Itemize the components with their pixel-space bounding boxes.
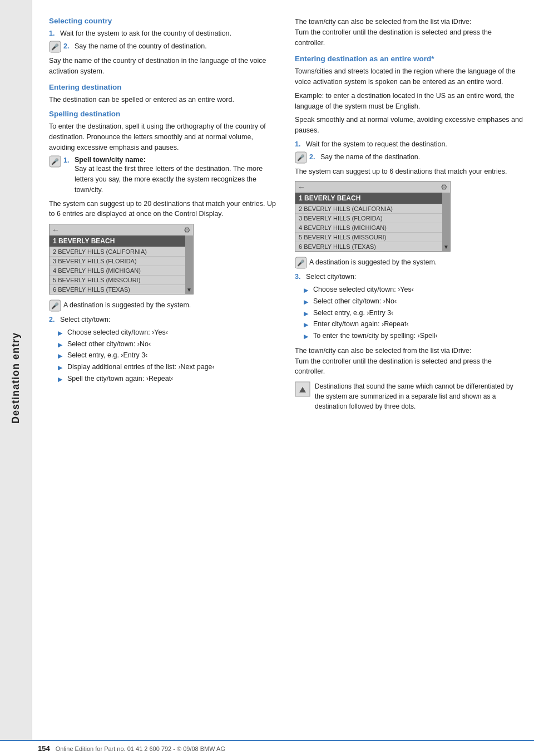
spell-step-1-label: Spell town/city name: <box>75 156 278 164</box>
bullet-left-0: ▶ Choose selected city/town: ›Yes‹ <box>58 327 278 338</box>
section-spelling-destination: Spelling destination To enter the destin… <box>49 110 278 219</box>
voice-note-left-row: 🎤 A destination is suggested by the syst… <box>49 300 278 312</box>
bullet-left-1: ▶ Select other city/town: ›No‹ <box>58 339 278 350</box>
step-2-num: 2. <box>63 41 75 52</box>
svg-text:🎤: 🎤 <box>297 154 305 161</box>
arrow-right-2: ▶ <box>304 308 310 318</box>
spell-step-1-sub: Say at least the first three letters of … <box>75 164 278 195</box>
after-bullets-right: ▶ Choose selected city/town: ›Yes‹ ▶ Sel… <box>304 284 523 341</box>
entire-word-step1: 1. Wait for the system to request the de… <box>295 139 523 150</box>
bullet-left-0-text: Choose selected city/town: ›Yes‹ <box>67 327 168 338</box>
svg-text:🎤: 🎤 <box>297 259 305 267</box>
bullet-left-2: ▶ Select entry, e.g. ›Entry 3‹ <box>58 350 278 361</box>
nav-scroll-arrow-right: ▼ <box>443 244 449 250</box>
entire-word-text3: Speak smoothly and at normal volume, avo… <box>295 115 523 136</box>
arrow-right-1: ▶ <box>304 296 310 307</box>
nav-right-row-5: 6 BEVERLY HILLS (TEXAS) <box>295 242 442 251</box>
voice-note-left-text: A destination is suggested by the system… <box>63 300 191 311</box>
bullet-right-2-text: Select entry, e.g. ›Entry 3‹ <box>313 308 393 318</box>
nav-right-row-0: 1 BEVERLY BEACH <box>295 193 442 204</box>
nav-row-5: 6 BEVERLY HILLS (TEXAS) <box>50 284 185 294</box>
left-column: Selecting country 1. Wait for the system… <box>49 17 278 411</box>
system-note-spell: The system can suggest up to 20 destinat… <box>49 199 278 220</box>
nav-settings-icon-right: ⚙ <box>441 183 448 192</box>
destinations-note-box: Destinations that sound the same which c… <box>295 381 523 411</box>
voice-icon-step2: 🎤 <box>49 41 61 53</box>
arrow-left-3: ▶ <box>58 362 65 372</box>
nav-right-row-2: 3 BEVERLY HILLS (FLORIDA) <box>295 213 442 223</box>
entire-word-step2-num: 2. <box>309 152 320 163</box>
sidebar-tab: Destination entry <box>0 0 32 756</box>
page-number: 154 <box>38 744 50 753</box>
voice-icon-left-note: 🎤 <box>49 300 61 312</box>
nav-rows-left: 1 BEVERLY BEACH 2 BEVERLY HILLS (CALIFOR… <box>50 235 185 294</box>
bullet-left-4-text: Spell the city/town again: ›Repeat‹ <box>67 374 173 384</box>
nav-screen-right-wrap: 1 BEVERLY BEACH 2 BEVERLY HILLS (CALIFOR… <box>295 193 450 251</box>
entering-destination-text: The destination can be spelled or entere… <box>49 95 278 105</box>
entire-word-step1-num: 1. <box>295 139 306 150</box>
nav-row-2: 3 BEVERLY HILLS (FLORIDA) <box>50 256 185 266</box>
spell-step-1-content: Spell town/city name: Say at least the f… <box>75 156 278 195</box>
arrow-left-4: ▶ <box>58 374 65 384</box>
nav-back-icon-right: ← <box>298 183 305 192</box>
entire-word-text1: Towns/cities and streets located in the … <box>295 66 523 87</box>
section-selecting-country: Selecting country 1. Wait for the system… <box>49 17 278 76</box>
nav-row-3: 4 BEVERLY HILLS (MICHIGAN) <box>50 266 185 275</box>
section-entering-destination: Entering destination The destination can… <box>49 83 278 105</box>
right-column: The town/city can also be selected from … <box>295 17 523 411</box>
bullet-right-1: ▶ Select other city/town: ›No‹ <box>304 296 523 307</box>
after-screen-right: 🎤 A destination is suggested by the syst… <box>295 257 523 341</box>
bullet-right-0: ▶ Choose selected city/town: ›Yes‹ <box>304 284 523 295</box>
bullet-right-3-text: Enter city/town again: ›Repeat‹ <box>313 319 409 330</box>
arrow-left-0: ▶ <box>58 327 65 338</box>
nav-back-icon-left: ← <box>52 225 60 234</box>
nav-row-1: 2 BEVERLY HILLS (CALIFORNIA) <box>50 247 185 256</box>
arrow-left-1: ▶ <box>58 339 65 350</box>
after-step-3-text-right: Select city/town: <box>306 272 356 282</box>
bullet-left-3: ▶ Display additional entries of the list… <box>58 362 278 372</box>
voice-icon-spell1: 🎤 <box>49 155 61 168</box>
bullet-right-1-text: Select other city/town: ›No‹ <box>313 296 397 307</box>
after-step-2-text-left: Select city/town: <box>60 315 110 325</box>
after-step-3-right: 3. Select city/town: <box>295 272 523 282</box>
bullet-left-2-text: Select entry, e.g. ›Entry 3‹ <box>67 350 147 361</box>
svg-text:🎤: 🎤 <box>51 43 59 51</box>
entire-word-system-note: The system can suggest up to 6 destinati… <box>295 166 523 177</box>
heading-entire-word: Entering destination as an entire word* <box>295 55 523 63</box>
nav-screen-left-main: 1 BEVERLY BEACH 2 BEVERLY HILLS (CALIFOR… <box>50 235 185 294</box>
right-bottom-note: The town/city can also be selected from … <box>295 346 523 377</box>
section-entire-word: Entering destination as an entire word* … <box>295 55 523 176</box>
bullet-left-4: ▶ Spell the city/town again: ›Repeat‹ <box>58 374 278 384</box>
sidebar-tab-label: Destination entry <box>10 332 22 424</box>
heading-selecting-country: Selecting country <box>49 17 278 25</box>
bullet-right-3: ▶ Enter city/town again: ›Repeat‹ <box>304 319 523 330</box>
bullet-right-2: ▶ Select entry, e.g. ›Entry 3‹ <box>304 308 523 318</box>
spell-step-1-row: 🎤 1. Spell town/city name: Say at least … <box>49 156 278 195</box>
nav-rows-right: 1 BEVERLY BEACH 2 BEVERLY HILLS (CALIFOR… <box>295 193 442 251</box>
nav-right-row-4: 5 BEVERLY HILLS (MISSOURI) <box>295 232 442 242</box>
bullet-left-3-text: Display additional entries of the list: … <box>67 362 215 372</box>
entire-word-step2-row: 🎤 2. Say the name of the destination. <box>295 152 523 164</box>
bullet-right-0-text: Choose selected city/town: ›Yes‹ <box>313 284 414 295</box>
nav-screen-right-header: ← ⚙ <box>295 181 450 193</box>
arrow-right-0: ▶ <box>304 284 310 295</box>
footer-text: Online Edition for Part no. 01 41 2 600 … <box>56 745 225 752</box>
destinations-note-text: Destinations that sound the same which c… <box>315 381 523 411</box>
arrow-right-4: ▶ <box>304 331 310 341</box>
heading-entering-destination: Entering destination <box>49 83 278 91</box>
nav-settings-icon-left: ⚙ <box>184 225 191 234</box>
entire-word-text2: Example: to enter a destination located … <box>295 91 523 112</box>
voice-icon-entire-word: 🎤 <box>295 151 307 164</box>
svg-text:🎤: 🎤 <box>51 302 59 310</box>
arrow-right-3: ▶ <box>304 319 310 330</box>
entire-word-step2-text: Say the name of the destination. <box>320 152 420 163</box>
step-1: 1. Wait for the system to ask for the co… <box>49 28 278 39</box>
step-2-text: Say the name of the country of destinati… <box>75 41 207 52</box>
page-footer: 154 Online Edition for Part no. 01 41 2 … <box>0 740 534 756</box>
bullet-left-1-text: Select other city/town: ›No‹ <box>67 339 151 350</box>
selecting-country-note: Say the name of the country of destinati… <box>49 56 278 77</box>
nav-row-4: 5 BEVERLY HILLS (MISSOURI) <box>50 275 185 284</box>
spelling-destination-text: To enter the destination, spell it using… <box>49 121 278 153</box>
svg-text:🎤: 🎤 <box>51 158 59 165</box>
nav-screen-left-wrap: 1 BEVERLY BEACH 2 BEVERLY HILLS (CALIFOR… <box>50 235 193 294</box>
